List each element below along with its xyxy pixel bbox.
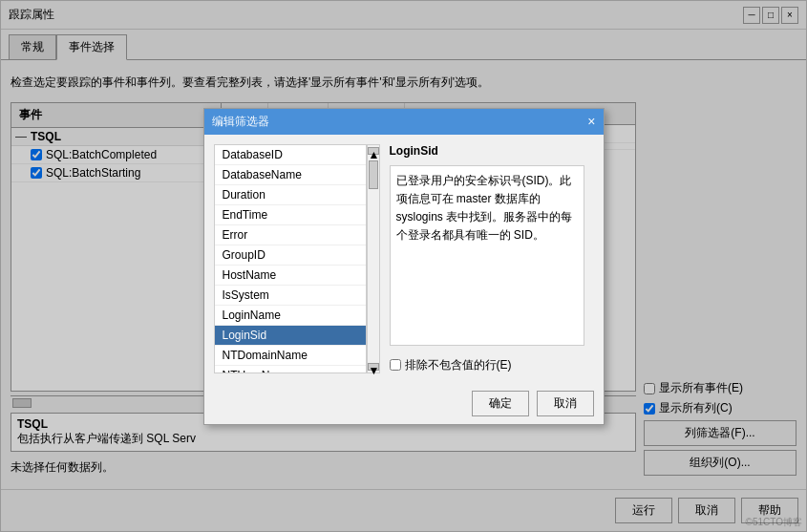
modal-item-10[interactable]: NTDomainName xyxy=(215,346,366,366)
edit-filter-modal: 编辑筛选器 × DatabaseID DatabaseName Duration… xyxy=(203,108,605,425)
modal-title-bar: 编辑筛选器 × xyxy=(204,109,604,135)
modal-desc-box: 已登录用户的安全标识号(SID)。此项信息可在 master 数据库的 sysl… xyxy=(390,165,584,346)
modal-title: 编辑筛选器 xyxy=(212,114,269,130)
modal-cancel-button[interactable]: 取消 xyxy=(537,391,594,416)
modal-item-4[interactable]: Error xyxy=(215,225,366,245)
modal-list-container: DatabaseID DatabaseName Duration EndTime… xyxy=(214,144,380,373)
main-window: 跟踪属性 ─ □ × 常规 事件选择 检查选定要跟踪的事件和事件列。要查看完整列… xyxy=(0,0,807,532)
modal-right-panel: LoginSid 已登录用户的安全标识号(SID)。此项信息可在 master … xyxy=(380,144,594,373)
modal-item-7[interactable]: IsSystem xyxy=(215,286,366,306)
modal-desc-label: LoginSid xyxy=(390,144,584,158)
exclude-label: 排除不包含值的行(E) xyxy=(405,357,512,373)
scroll-up-arrow[interactable]: ▲ xyxy=(368,147,379,155)
modal-body: DatabaseID DatabaseName Duration EndTime… xyxy=(204,135,604,383)
modal-item-0[interactable]: DatabaseID xyxy=(215,145,366,165)
modal-exclude-row: 排除不包含值的行(E) xyxy=(390,357,584,373)
modal-ok-button[interactable]: 确定 xyxy=(472,391,529,416)
scroll-down-arrow[interactable]: ▼ xyxy=(368,363,379,371)
modal-list[interactable]: DatabaseID DatabaseName Duration EndTime… xyxy=(214,144,367,373)
modal-item-9[interactable]: LoginSid xyxy=(215,326,366,346)
modal-item-8[interactable]: LoginName xyxy=(215,306,366,326)
modal-close-button[interactable]: × xyxy=(587,114,595,129)
scroll-thumb[interactable] xyxy=(369,160,378,189)
modal-desc-title: LoginSid xyxy=(390,144,438,158)
modal-item-11[interactable]: NTUserName xyxy=(215,366,366,373)
modal-footer: 确定 取消 xyxy=(204,383,604,424)
modal-item-1[interactable]: DatabaseName xyxy=(215,165,366,185)
exclude-checkbox[interactable] xyxy=(390,359,401,371)
modal-overlay: 编辑筛选器 × DatabaseID DatabaseName Duration… xyxy=(1,1,806,531)
modal-item-3[interactable]: EndTime xyxy=(215,205,366,225)
modal-item-5[interactable]: GroupID xyxy=(215,245,366,266)
modal-item-6[interactable]: HostName xyxy=(215,266,366,286)
modal-desc-text: 已登录用户的安全标识号(SID)。此项信息可在 master 数据库的 sysl… xyxy=(396,174,573,243)
modal-item-2[interactable]: Duration xyxy=(215,185,366,205)
modal-scrollbar[interactable]: ▲ ▼ xyxy=(367,144,380,373)
